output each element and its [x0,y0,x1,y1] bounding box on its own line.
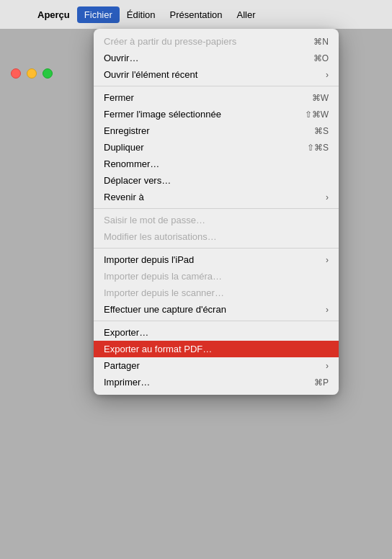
menu-item-exporter-pdf[interactable]: Exporter au format PDF… [94,341,339,357]
separator-3 [94,248,339,249]
menu-item-dupliquer[interactable]: Dupliquer ⇧⌘S [94,139,339,156]
separator-1 [94,86,339,86]
menu-item-ouvrir[interactable]: Ouvrir… ⌘O [94,50,339,66]
menu-item-renommer[interactable]: Renommer… [94,156,339,172]
menu-item-imprimer[interactable]: Imprimer… ⌘P [94,374,339,390]
menu-item-deplacer[interactable]: Déplacer vers… [94,172,339,189]
menu-edition[interactable]: Édition [120,6,163,23]
menu-bar: Aperçu Fichier Édition Présentation Alle… [0,0,392,29]
menu-item-saisir-mdp[interactable]: Saisir le mot de passe… [94,212,339,228]
menu-item-partager[interactable]: Partager › [94,357,339,374]
menu-item-importer-ipad[interactable]: Importer depuis l'iPad › [94,251,339,268]
traffic-lights [11,68,53,79]
menu-item-revenir[interactable]: Revenir à › [94,189,339,205]
menu-fichier[interactable]: Fichier [77,6,120,23]
menu-item-importer-camera[interactable]: Importer depuis la caméra… [94,268,339,285]
menu-item-importer-scanner[interactable]: Importer depuis le scanner… [94,285,339,301]
menu-item-enregistrer[interactable]: Enregistrer ⌘S [94,122,339,139]
fichier-dropdown: Créer à partir du presse-papiers ⌘N Ouvr… [94,29,339,395]
maximize-button[interactable] [43,68,53,79]
separator-2 [94,208,339,209]
menu-item-creer[interactable]: Créer à partir du presse-papiers ⌘N [94,33,339,50]
menu-item-ouvrir-recent[interactable]: Ouvrir l'élément récent › [94,66,339,83]
minimize-button[interactable] [27,68,37,79]
separator-4 [94,321,339,321]
menu-item-fermer-image[interactable]: Fermer l'image sélectionnée ⇧⌘W [94,106,339,122]
menu-presentation[interactable]: Présentation [163,6,230,23]
close-button[interactable] [11,68,21,79]
menu-aller[interactable]: Aller [230,6,263,23]
menu-item-capture[interactable]: Effectuer une capture d'écran › [94,301,339,318]
menu-item-modifier-auth[interactable]: Modifier les autorisations… [94,228,339,245]
menu-item-exporter[interactable]: Exporter… [94,324,339,341]
apple-menu-icon[interactable] [6,0,27,29]
menu-item-fermer[interactable]: Fermer ⌘W [94,89,339,106]
menu-apercu[interactable]: Aperçu [30,6,77,23]
